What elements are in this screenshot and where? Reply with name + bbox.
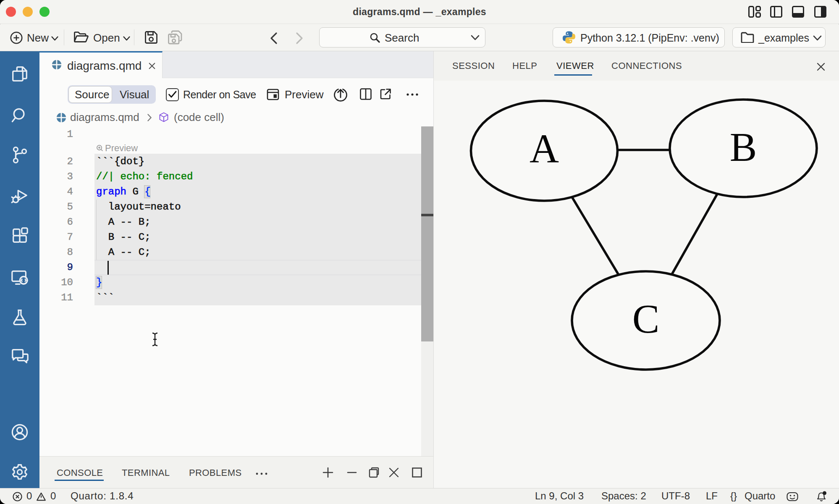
svg-text:B: B [730, 125, 757, 170]
svg-text:C: C [632, 297, 660, 341]
svg-text:A: A [530, 126, 559, 171]
